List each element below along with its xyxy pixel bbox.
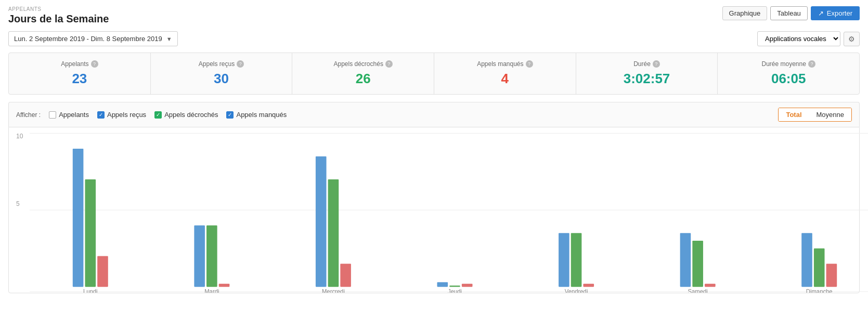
stat-label-duree: Durée ? [581, 60, 712, 68]
legend-items: Afficher : Appelants ✓ Appels reçus ✓ Ap… [16, 111, 287, 119]
stat-appels-recus: Appels reçus ? 30 [151, 53, 293, 94]
legend-appelants-label: Appelants [59, 111, 89, 119]
svg-rect-24 [692, 241, 703, 287]
legend-appels-manques[interactable]: ✓ Appels manqués [226, 111, 287, 119]
svg-rect-7 [194, 226, 205, 287]
stat-appels-manques: Appels manqués ? 4 [434, 53, 576, 94]
y-axis-label-10: 10 [16, 133, 23, 140]
svg-text:Dimanche: Dimanche [806, 288, 833, 293]
graphique-button[interactable]: Graphique [722, 6, 768, 20]
stat-value-appels-manques: 4 [439, 71, 571, 87]
checkbox-appels-decroches[interactable]: ✓ [154, 111, 162, 119]
stat-duree-moyenne: Durée moyenne ? 06:05 [718, 53, 859, 94]
legend-appels-manques-label: Appels manqués [236, 111, 287, 119]
svg-rect-3 [73, 149, 84, 287]
legend-appels-decroches[interactable]: ✓ Appels décrochés [154, 111, 218, 119]
chart-wrapper: Afficher : Appelants ✓ Appels reçus ✓ Ap… [8, 102, 860, 293]
legend-appels-decroches-label: Appels décrochés [164, 111, 218, 119]
total-moyenne-toggle: Total Moyenne [778, 108, 852, 122]
settings-button[interactable]: ⚙ [844, 32, 860, 46]
chart-area: 10 5 LundiMardiMercrediJeudiVendrediSame… [8, 127, 860, 293]
legend-appels-recus[interactable]: ✓ Appels reçus [97, 111, 146, 119]
stat-label-appelants: Appelants ? [14, 60, 145, 68]
stat-value-appels-recus: 30 [156, 71, 287, 87]
svg-rect-16 [449, 285, 460, 286]
export-button[interactable]: ↗ Exporter [811, 6, 860, 20]
total-button[interactable]: Total [779, 108, 809, 121]
bar-chart-svg: LundiMardiMercrediJeudiVendrediSamediDim… [30, 127, 868, 293]
stat-value-duree: 3:02:57 [581, 71, 712, 87]
export-label: Exporter [827, 9, 852, 17]
date-range-text: Lun. 2 Septembre 2019 - Dim. 8 Septembre… [14, 35, 162, 43]
header: APPELANTS Jours de la Semaine Graphique … [8, 6, 860, 25]
svg-rect-8 [206, 226, 217, 287]
info-icon-appels-recus[interactable]: ? [237, 60, 244, 68]
info-icon-appels-manques[interactable]: ? [526, 60, 533, 68]
header-right: Graphique Tableau ↗ Exporter [722, 6, 860, 20]
tableau-button[interactable]: Tableau [770, 6, 808, 20]
section-label: APPELANTS [8, 6, 109, 12]
checkbox-appels-manques[interactable]: ✓ [226, 111, 234, 119]
svg-rect-5 [97, 256, 108, 287]
svg-text:Lundi: Lundi [83, 288, 98, 293]
stat-value-duree-moyenne: 06:05 [723, 71, 854, 87]
info-icon-duree-moyenne[interactable]: ? [808, 60, 815, 68]
page-container: APPELANTS Jours de la Semaine Graphique … [0, 0, 868, 299]
svg-text:Vendredi: Vendredi [565, 288, 588, 293]
svg-text:Samedi: Samedi [688, 288, 707, 293]
checkbox-appels-recus[interactable]: ✓ [97, 111, 105, 119]
date-range-selector[interactable]: Lun. 2 Septembre 2019 - Dim. 8 Septembre… [8, 31, 178, 46]
y-axis-label-5: 5 [16, 200, 20, 207]
moyenne-button[interactable]: Moyenne [809, 108, 851, 121]
legend-appels-recus-label: Appels reçus [107, 111, 146, 119]
display-label: Afficher : [16, 111, 41, 119]
stat-duree: Durée ? 3:02:57 [576, 53, 718, 94]
svg-text:Mardi: Mardi [204, 288, 219, 293]
svg-rect-4 [85, 179, 96, 287]
svg-text:Jeudi: Jeudi [448, 288, 462, 293]
svg-rect-21 [583, 284, 594, 287]
svg-rect-11 [316, 157, 327, 287]
stats-row: Appelants ? 23 Appels reçus ? 30 Appels … [8, 53, 860, 95]
svg-rect-20 [571, 233, 582, 286]
svg-rect-15 [437, 282, 448, 287]
legend-appelants[interactable]: Appelants [49, 111, 89, 119]
filter-row: Lun. 2 Septembre 2019 - Dim. 8 Septembre… [8, 31, 860, 46]
svg-rect-23 [680, 233, 691, 286]
stat-label-appels-decroches: Appels décrochés ? [297, 60, 429, 68]
export-arrow-icon: ↗ [818, 9, 824, 17]
info-icon-appels-decroches[interactable]: ? [385, 60, 393, 68]
svg-rect-29 [826, 264, 837, 286]
svg-text:Mercredi: Mercredi [322, 288, 345, 293]
page-title: Jours de la Semaine [8, 13, 109, 25]
header-left: APPELANTS Jours de la Semaine [8, 6, 109, 25]
checkbox-appelants[interactable] [49, 111, 56, 119]
filter-right: Applications vocales ⚙ [757, 31, 860, 46]
stat-label-appels-manques: Appels manqués ? [439, 60, 571, 68]
svg-rect-19 [559, 233, 569, 286]
stat-value-appels-decroches: 26 [297, 71, 429, 87]
stat-label-duree-moyenne: Durée moyenne ? [723, 60, 854, 68]
stat-appels-decroches: Appels décrochés ? 26 [292, 53, 434, 94]
stat-value-appelants: 23 [14, 71, 145, 87]
svg-rect-25 [705, 284, 716, 287]
chevron-down-icon: ▼ [166, 36, 172, 42]
svg-rect-28 [814, 249, 825, 287]
svg-rect-12 [328, 179, 339, 287]
info-icon-appelants[interactable]: ? [91, 60, 98, 68]
gear-icon: ⚙ [848, 35, 855, 43]
svg-rect-13 [340, 264, 351, 286]
stat-label-appels-recus: Appels reçus ? [156, 60, 287, 68]
svg-rect-17 [462, 284, 473, 287]
stat-appelants: Appelants ? 23 [9, 53, 151, 94]
svg-rect-9 [219, 284, 230, 287]
info-icon-duree[interactable]: ? [653, 60, 660, 68]
chart-controls: Afficher : Appelants ✓ Appels reçus ✓ Ap… [8, 102, 860, 127]
app-select[interactable]: Applications vocales [757, 31, 840, 46]
svg-rect-27 [801, 233, 812, 286]
